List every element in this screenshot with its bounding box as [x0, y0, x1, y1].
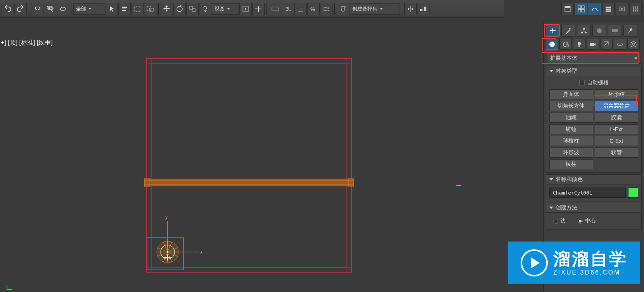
svg-rect-21 — [582, 6, 584, 9]
svg-rect-79 — [566, 45, 568, 47]
triangle-icon — [549, 207, 553, 209]
refcoord-label: 视图 — [215, 5, 225, 12]
svg-rect-75 — [614, 33, 616, 33]
material-editor-button[interactable] — [602, 3, 615, 15]
btn-prism[interactable]: 棱柱 — [549, 159, 593, 169]
viewport-top[interactable]: +] [顶] [标准] [线框] — [0, 18, 504, 292]
btn-chamferbox[interactable]: 切角长方体 — [549, 101, 593, 111]
svg-rect-23 — [582, 9, 584, 12]
btn-oiltank[interactable]: 油罐 — [549, 113, 593, 123]
svg-point-77 — [550, 43, 552, 44]
schematic-view-button[interactable] — [589, 3, 601, 15]
select-object-button[interactable] — [106, 3, 118, 15]
svg-point-11 — [245, 8, 246, 10]
btn-torusknot[interactable]: 环形结 — [595, 89, 639, 99]
select-place-button[interactable] — [199, 3, 211, 15]
radio-center[interactable]: 中心 — [578, 217, 596, 224]
svg-rect-22 — [578, 9, 581, 12]
selection-filter-dropdown[interactable]: 全部 — [73, 3, 105, 15]
toggle-ribbon-button[interactable] — [561, 3, 574, 15]
tab-motion[interactable] — [592, 25, 606, 36]
svg-point-35 — [633, 10, 634, 12]
geometry-category-dropdown[interactable]: 扩展基本体 — [547, 53, 641, 64]
svg-point-80 — [578, 42, 581, 45]
subtab-cameras[interactable] — [587, 39, 599, 50]
radio-edge[interactable]: 边 — [553, 217, 566, 224]
angle-snap-button[interactable] — [294, 3, 307, 15]
autogrid-checkbox[interactable] — [579, 80, 585, 85]
refcoord-dropdown[interactable]: 视图 — [212, 3, 239, 15]
caret-icon — [380, 8, 383, 10]
select-region-rect-button[interactable] — [131, 3, 144, 15]
btn-chamfercyl[interactable]: 切角圆柱体 — [595, 101, 639, 111]
svg-point-33 — [635, 9, 636, 10]
rollout-header-name[interactable]: 名称和颜色 — [546, 174, 642, 184]
svg-rect-0 — [122, 7, 127, 8]
svg-point-6 — [177, 6, 182, 12]
select-move-button[interactable] — [161, 3, 173, 15]
svg-rect-7 — [190, 6, 193, 9]
btn-spindle[interactable]: 纺锤 — [549, 124, 593, 134]
svg-point-36 — [635, 10, 636, 12]
svg-rect-3 — [135, 6, 140, 12]
percent-snap-button[interactable]: % — [307, 3, 320, 15]
svg-point-28 — [621, 8, 623, 10]
autogrid-row: 自动栅格 — [549, 79, 638, 86]
object-name-input[interactable] — [549, 188, 626, 198]
mirror-button[interactable] — [404, 3, 417, 15]
tab-create[interactable] — [546, 25, 560, 36]
rollout-header-objtype[interactable]: 对象类型 — [546, 66, 642, 76]
named-selset-dropdown[interactable]: 创建选择集 — [350, 3, 400, 15]
undo-button[interactable] — [2, 3, 14, 15]
named-selset-label: 创建选择集 — [352, 5, 377, 12]
btn-gengon[interactable]: 球棱柱 — [549, 136, 593, 146]
btn-hedra[interactable]: 异面体 — [549, 89, 593, 99]
keyboard-shortcut-button[interactable] — [269, 3, 281, 15]
watermark: 溜溜自学 ZIXUE.3D66.COM — [508, 242, 640, 284]
redo-button[interactable] — [14, 3, 27, 15]
render-setup-button[interactable] — [616, 3, 628, 15]
svg-rect-40 — [147, 59, 151, 63]
svg-rect-71 — [581, 32, 583, 33]
window-crossing-button[interactable] — [144, 3, 156, 15]
select-scale-button[interactable] — [186, 3, 199, 15]
subtab-geometry[interactable] — [546, 39, 558, 50]
pivot-center-button[interactable] — [239, 3, 252, 15]
layout-toolbar — [561, 3, 642, 15]
select-manipulate-button[interactable] — [252, 3, 265, 15]
btn-ringwave[interactable]: 环形波 — [549, 148, 593, 158]
spinner-snap-button[interactable] — [320, 3, 332, 15]
subtab-lights[interactable] — [573, 39, 585, 50]
btn-capsule[interactable]: 胶囊 — [595, 113, 639, 123]
tab-modify[interactable] — [561, 25, 575, 36]
command-panel-tabs — [544, 23, 644, 37]
select-by-name-button[interactable] — [118, 3, 131, 15]
rollout-header-method[interactable]: 创建方法 — [546, 203, 642, 213]
object-color-swatch[interactable] — [628, 188, 638, 198]
svg-rect-12 — [272, 7, 278, 11]
align-button[interactable] — [417, 3, 429, 15]
rollout-title: 对象类型 — [556, 68, 577, 75]
svg-point-87 — [631, 46, 632, 47]
curve-editor-button[interactable] — [575, 3, 587, 15]
btn-cext[interactable]: C-Ext — [595, 136, 639, 146]
select-rotate-button[interactable] — [173, 3, 186, 15]
subtab-shapes[interactable] — [559, 39, 572, 50]
link-button[interactable] — [31, 3, 43, 15]
tab-display[interactable] — [608, 25, 622, 36]
subtab-spacewarps[interactable] — [614, 39, 626, 50]
unlink-button[interactable] — [44, 3, 56, 15]
subtab-helpers[interactable] — [600, 39, 613, 50]
autogrid-label: 自动栅格 — [587, 79, 609, 86]
svg-rect-16 — [420, 9, 422, 11]
render-frame-button[interactable] — [629, 3, 642, 15]
tab-hierarchy[interactable] — [577, 25, 591, 36]
tab-utilities[interactable] — [623, 25, 637, 36]
btn-lext[interactable]: L-Ext — [595, 124, 639, 134]
btn-hose[interactable]: 软管 — [595, 148, 639, 158]
edit-selset-button[interactable] — [337, 3, 349, 15]
snap-toggle-button[interactable]: 3 — [282, 3, 294, 15]
svg-rect-17 — [424, 7, 426, 11]
bind-spacewarp-button[interactable] — [57, 3, 69, 15]
subtab-systems[interactable] — [627, 39, 640, 50]
